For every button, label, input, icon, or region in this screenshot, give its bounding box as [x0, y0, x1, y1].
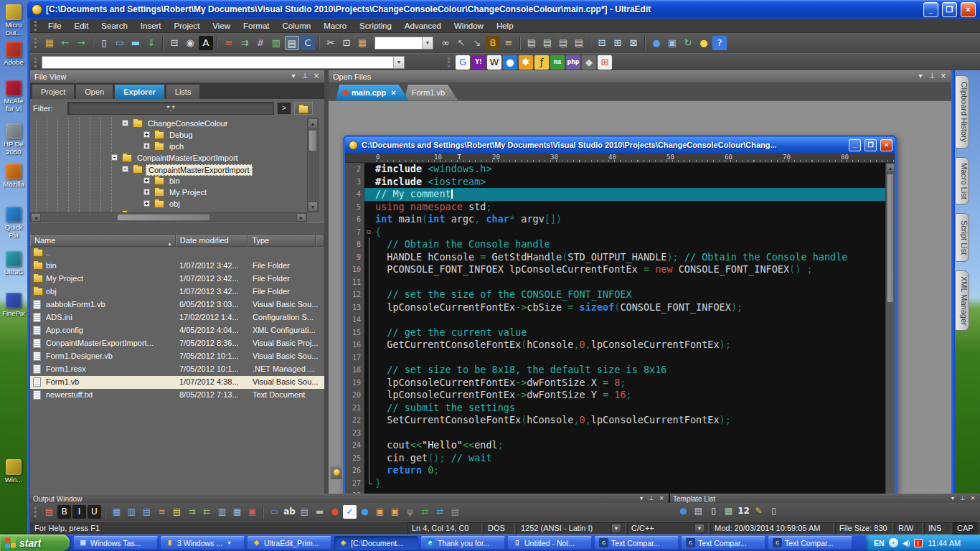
menu-search[interactable]: Search [95, 19, 133, 33]
code-line[interactable]: 14 [345, 314, 885, 326]
code-line[interactable]: 17 [345, 352, 885, 364]
file-view-close-icon[interactable]: × [311, 72, 321, 81]
save-icon[interactable]: ▬ [128, 36, 143, 50]
font-icon[interactable]: A [199, 36, 213, 50]
taskbar-button-folder-group[interactable]: ▮3 Windows ...▼ [161, 536, 245, 550]
menu-window[interactable]: Window [448, 19, 490, 33]
code-line[interactable]: 25 cin.get(); // wait [345, 452, 885, 465]
reformat-icon[interactable]: ⇉ [237, 36, 252, 50]
html-page-grid-icon[interactable]: ▥ [125, 505, 138, 519]
web-service-x-icon[interactable]: ◆ [582, 55, 596, 70]
combo-dropdown-icon[interactable]: ▾ [422, 37, 433, 49]
menu-format[interactable]: Format [237, 19, 275, 33]
output-window-chevron-down-icon[interactable]: ▾ [637, 495, 646, 503]
horizontal-rule-icon[interactable]: ▬ [313, 505, 326, 519]
scroll-up-arrow[interactable]: ▲ [886, 164, 895, 172]
column-header-date-modified[interactable]: Date modified [176, 234, 248, 247]
scroll-left-arrow[interactable]: ◄ [31, 213, 41, 222]
file-view-chevron-down-icon[interactable]: ▾ [288, 72, 298, 81]
template-list-icon[interactable]: ▤ [692, 504, 705, 518]
menu-view[interactable]: View [206, 19, 237, 33]
search-combobox[interactable]: ▾ [374, 37, 433, 50]
code-line[interactable]: 24 cout<<"Hello"<<endl; [345, 439, 885, 452]
taskbar-button-ultraedit[interactable]: ◆[C:\Document... [334, 536, 418, 550]
code-line[interactable]: 10 PCONSOLE_FONT_INFOEX lpConsoleCurrent… [345, 263, 885, 276]
tag-edit-icon[interactable]: ▥ [215, 505, 229, 519]
record-icon[interactable]: ● [358, 505, 372, 519]
print-preview-icon[interactable]: ◉ [183, 36, 197, 50]
indent-out-icon[interactable]: ⇇ [200, 505, 214, 519]
desktop-icon-hpde2050[interactable]: HP De 2050 [1, 123, 27, 156]
bookmark-icon[interactable]: B [486, 36, 500, 50]
web-service-blue-icon[interactable]: ● [503, 55, 517, 70]
help-icon[interactable]: ? [712, 36, 727, 50]
code-line[interactable]: 19 lpConsoleCurrentFontEx->dwFontSize.X … [345, 377, 885, 390]
taskbar-button-notepad[interactable]: ▯Untitled - Not... [508, 536, 592, 550]
html-list-icon[interactable]: ≡ [155, 505, 169, 519]
open-folder-icon[interactable]: ▭ [113, 36, 127, 50]
column-header-name[interactable]: Name▲ [30, 234, 176, 247]
html-preview-icon[interactable]: ▣ [665, 36, 679, 50]
tree-horizontal-scrollbar[interactable]: ◄► [30, 212, 307, 222]
code-line[interactable]: 27} [345, 477, 885, 490]
file-row[interactable]: newerstuff.txt8/05/2012 7:13...Text Docu… [30, 389, 324, 402]
desktop-icon-quickpla[interactable]: Quick Pla [1, 207, 27, 239]
output-window-close-icon[interactable]: × [657, 495, 666, 503]
code-line[interactable]: 3#include <iostream> [345, 176, 885, 189]
tab-explorer[interactable]: Explorer [114, 84, 165, 99]
minimize-button[interactable]: _ [923, 2, 938, 17]
macro-play-icon[interactable]: ▤ [448, 505, 462, 519]
template-new-icon[interactable]: ▯ [707, 504, 720, 518]
file-row[interactable]: Form1.Designer.vb7/05/2012 10:1...Visual… [30, 350, 324, 363]
taskbar-button-ultracompare[interactable]: cText Compar... [595, 536, 679, 550]
taskbar-button-ultracompare[interactable]: cText Compar... [682, 536, 765, 550]
cascade-windows-icon[interactable]: ⊠ [626, 36, 641, 50]
scroll-right-arrow[interactable]: ► [296, 213, 306, 222]
menu-macro[interactable]: Macro [317, 19, 353, 33]
editor-minimize-button[interactable]: _ [849, 139, 861, 151]
output-toggle-icon[interactable]: ▤ [42, 505, 56, 519]
refresh-icon[interactable]: ↻ [681, 36, 695, 50]
collapse-icon[interactable]: - [122, 166, 128, 172]
scroll-thumb[interactable] [308, 130, 317, 151]
indent-in-icon[interactable]: ⇉ [185, 505, 199, 519]
desktop-icon-win[interactable]: Win... [1, 459, 27, 491]
quick-tip-icon[interactable]: ● [697, 36, 711, 50]
list-unindented-icon[interactable]: ▤ [524, 36, 539, 50]
status-dropdown-icon[interactable]: ▼ [694, 524, 705, 533]
side-tab-macro-list[interactable]: Macro List [955, 157, 969, 204]
security-alert-icon[interactable]: ! [914, 539, 923, 547]
code-line[interactable]: 20 lpConsoleCurrentFontEx->dwFontSize.Y … [345, 389, 885, 402]
file-row[interactable]: Form1.vb1/07/2012 4:38...Visual Basic So… [30, 376, 324, 389]
underline-icon[interactable]: U [88, 505, 101, 519]
html-page-list-icon[interactable]: ▤ [140, 505, 154, 519]
expand-icon[interactable]: + [143, 143, 150, 149]
code-line[interactable]: 9 HANDLE hConsole = GetStdHandle(STD_OUT… [345, 251, 885, 264]
taskbar-button-ultracompare[interactable]: cText Compar... [768, 536, 852, 550]
output-window-pin-icon[interactable]: ⊥ [647, 495, 656, 503]
tab-close-icon[interactable]: × [391, 88, 395, 97]
template-pen-icon[interactable]: ✎ [752, 504, 765, 518]
scroll-thumb[interactable] [887, 174, 894, 303]
code-line[interactable]: 4// My comment [345, 188, 885, 201]
code-area[interactable]: 2#include <windows.h>3#include <iostream… [345, 163, 885, 506]
find-icon[interactable]: ∞ [438, 36, 453, 50]
code-line[interactable]: 6int main(int argc, char* argv[]) [345, 213, 885, 226]
template-list-chevron-down-icon[interactable]: ▾ [948, 495, 957, 503]
desktop-icon-ultrac[interactable]: UltraC [1, 251, 27, 283]
bold-icon[interactable]: B [57, 505, 71, 519]
tree-list-splitter[interactable] [30, 222, 324, 234]
file-row[interactable]: .. [30, 247, 324, 260]
browser-view-icon[interactable]: ● [649, 36, 664, 50]
taskbar-button-internet-explorer[interactable]: eThank you for... [421, 536, 505, 550]
template-globe-icon[interactable]: ● [677, 504, 690, 518]
desktop-icon-mozilla[interactable]: Mozilla [1, 164, 27, 196]
side-tab-clipboard-history[interactable]: Clipboard History [955, 75, 969, 149]
code-line[interactable]: 21 // submit the settings [345, 402, 885, 415]
document-tab-form1-vb[interactable]: Form1.vb [405, 85, 458, 100]
open-files-chevron-down-icon[interactable]: ▾ [915, 72, 925, 81]
file-row[interactable]: obj1/07/2012 3:42...File Folder [30, 286, 324, 298]
volume-icon[interactable]: ◀)) [903, 540, 910, 547]
start-button[interactable]: start [0, 534, 70, 551]
web-service-fx-icon[interactable]: ƒ [534, 55, 549, 70]
